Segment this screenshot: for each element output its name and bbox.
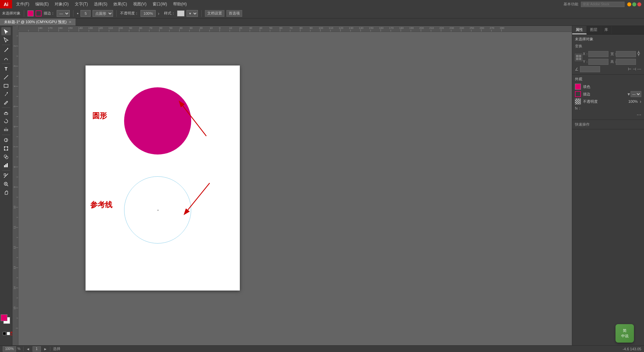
circle-label: 圆形 — [92, 111, 107, 121]
svg-text:120: 120 — [98, 27, 103, 30]
align-left-icon[interactable]: ⊢ — [628, 67, 631, 72]
reflect-tool[interactable] — [1, 126, 11, 134]
stroke-type-select[interactable]: — — [631, 91, 641, 97]
menu-effect[interactable]: 效果(C) — [111, 1, 130, 8]
warp-tool[interactable] — [1, 136, 11, 144]
divider3 — [116, 10, 117, 17]
svg-text:20: 20 — [239, 27, 242, 30]
eraser-tool[interactable] — [1, 109, 11, 117]
direct-selection-tool[interactable] — [1, 36, 11, 44]
doc-tab-title: 未标题-1* @ 100% (CMYK/GPU 预览) — [4, 19, 67, 25]
svg-rect-146 — [4, 113, 8, 115]
style-select[interactable]: ▾ — [186, 10, 198, 17]
foreground-color-swatch[interactable] — [1, 314, 7, 321]
x-input[interactable] — [588, 51, 608, 57]
ime-indicator[interactable]: 简中说 — [615, 324, 634, 343]
svg-line-170 — [188, 183, 210, 210]
doc-settings-button[interactable]: 文档设置 — [205, 10, 224, 17]
menu-object[interactable]: 对象(O) — [52, 1, 71, 8]
separator-3 — [2, 107, 10, 108]
opacity-arrow[interactable]: › — [158, 11, 159, 16]
tab-properties[interactable]: 属性 — [572, 26, 587, 34]
page-input[interactable] — [33, 346, 41, 352]
menu-window[interactable]: 窗口(W) — [150, 1, 170, 8]
more-options-icon[interactable]: ⋯ — [637, 67, 641, 72]
curvature-tool[interactable] — [1, 54, 11, 62]
mini-bg-swatch[interactable] — [7, 332, 10, 335]
svg-text:110: 110 — [108, 27, 113, 30]
align-right-icon[interactable]: ⊣ — [633, 67, 636, 72]
menu-edit[interactable]: 编辑(E) — [33, 1, 51, 8]
chart-tool[interactable] — [1, 161, 11, 169]
shape-builder-tool[interactable] — [1, 153, 11, 161]
pencil-tool[interactable] — [1, 98, 11, 106]
tab-close-button[interactable]: ✕ — [69, 20, 71, 24]
rectangle-tool[interactable] — [1, 82, 11, 90]
hand-tool[interactable] — [1, 188, 11, 196]
svg-text:110: 110 — [329, 27, 333, 30]
canvas-area[interactable]: 圆形 参考线 — [18, 32, 572, 345]
zoom-tool[interactable] — [1, 180, 11, 188]
appearance-more-icon[interactable]: ⋯ — [637, 112, 641, 118]
opacity-swatch[interactable] — [575, 98, 581, 104]
minimize-button[interactable] — [627, 2, 631, 6]
paintbrush-tool[interactable] — [1, 90, 11, 98]
w-input[interactable] — [616, 51, 636, 57]
selection-tool[interactable] — [1, 27, 11, 35]
close-button[interactable] — [637, 2, 641, 6]
link-icon[interactable] — [637, 50, 641, 58]
pen-tool[interactable] — [1, 46, 11, 54]
stroke-label: 描边： — [44, 11, 55, 16]
line-tool[interactable] — [1, 73, 11, 81]
fill-color-swatch[interactable] — [575, 84, 581, 90]
opacity-expand-icon[interactable]: › — [640, 99, 641, 104]
style-swatch[interactable] — [177, 10, 184, 16]
tab-layers[interactable]: 图层 — [587, 26, 601, 34]
angle-input[interactable] — [580, 66, 600, 72]
svg-rect-152 — [4, 146, 5, 147]
stroke-swatch[interactable] — [36, 10, 42, 16]
svg-text:270: 270 — [490, 27, 494, 30]
svg-text:160: 160 — [58, 27, 63, 30]
stroke-width-input[interactable] — [80, 10, 91, 17]
prefs-button[interactable]: 首选项 — [226, 10, 242, 17]
nav-next-button[interactable]: ► — [44, 347, 47, 351]
svg-text:250: 250 — [470, 27, 474, 30]
menu-file[interactable]: 文件(F) — [13, 1, 32, 8]
arrow2-svg — [179, 180, 220, 220]
free-transform-tool[interactable] — [1, 144, 11, 152]
nav-prev-button[interactable]: ◄ — [26, 347, 30, 351]
align-icons: ⊢ ⊣ ⋯ — [628, 67, 641, 72]
menu-help[interactable]: 帮助(H) — [170, 1, 190, 8]
quick-actions-title: 快速操作 — [575, 122, 641, 127]
slice-tool[interactable] — [1, 172, 11, 180]
shape-select[interactable]: 点圆形 — [93, 10, 113, 17]
svg-text:140: 140 — [359, 27, 364, 30]
type-tool[interactable]: T — [1, 65, 11, 73]
menu-text[interactable]: 文字(T) — [72, 1, 91, 8]
zoom-input[interactable] — [3, 346, 16, 352]
stroke-down-icon[interactable]: ▾ — [628, 91, 630, 97]
transform-grid-icon[interactable] — [575, 54, 582, 61]
svg-rect-159 — [5, 164, 6, 167]
fill-swatch[interactable] — [28, 10, 34, 16]
mini-fg-swatch[interactable] — [3, 332, 6, 335]
opacity-input[interactable] — [141, 10, 156, 17]
menu-bar: Ai 文件(F) 编辑(E) 对象(O) 文字(T) 选择(S) 效果(C) 视… — [0, 0, 644, 8]
svg-rect-147 — [5, 112, 7, 113]
menu-select[interactable]: 选择(S) — [91, 1, 110, 8]
y-input[interactable] — [588, 59, 608, 65]
stroke-color-swatch[interactable] — [575, 91, 581, 97]
ruler-left-svg: 2 3 4 5 6 7 8 9 10 11 12 13 14 15 — [12, 26, 18, 345]
separator-5 — [2, 170, 10, 171]
rotate-tool[interactable] — [1, 117, 11, 125]
maximize-button[interactable] — [632, 2, 636, 6]
svg-text:150: 150 — [369, 27, 374, 30]
tab-library[interactable]: 库 — [601, 26, 612, 34]
opacity-label: 不透明度： — [120, 11, 139, 16]
menu-view[interactable]: 视图(V) — [130, 1, 149, 8]
h-input[interactable] — [616, 59, 636, 65]
search-stock-input[interactable] — [581, 2, 625, 7]
doc-tab-active[interactable]: 未标题-1* @ 100% (CMYK/GPU 预览) ✕ — [0, 18, 76, 26]
stroke-select[interactable]: — — [57, 10, 70, 17]
